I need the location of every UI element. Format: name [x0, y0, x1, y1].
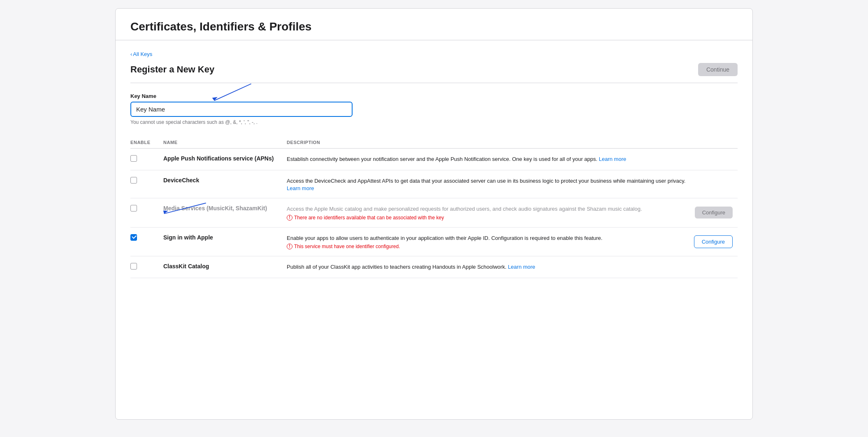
page-header: Certificates, Identifiers & Profiles [116, 9, 752, 40]
service-desc-signin: Enable your apps to allow users to authe… [287, 235, 602, 241]
section-header: Register a New Key Continue [130, 63, 738, 83]
service-name-mediaservices: Media Services (MusicKit, ShazamKit) [163, 205, 267, 212]
service-name-apns: Apple Push Notifications service (APNs) [163, 155, 274, 162]
td-enable-signin [130, 227, 163, 256]
table-row: DeviceCheckAccess the DeviceCheck and Ap… [130, 170, 738, 198]
td-name-classkit: ClassKit Catalog [163, 256, 287, 278]
continue-button[interactable]: Continue [698, 63, 738, 76]
page-wrapper: Certificates, Identifiers & Profiles ‹ A… [115, 8, 753, 420]
td-action-apns [694, 149, 738, 170]
warning-text-mediaservices: There are no identifiers available that … [294, 215, 444, 221]
key-name-form: Key Name You cannot use special characte… [130, 93, 738, 125]
warning-identifiers-mediaservices: !There are no identifiers available that… [287, 215, 689, 221]
service-desc-devicecheck: Access the DeviceCheck and AppAttest API… [287, 178, 685, 184]
checkbox-signin[interactable] [130, 234, 137, 241]
td-action-signin: Configure [694, 227, 738, 256]
content-area: ‹ All Keys Register a New Key Continue K… [116, 40, 752, 293]
table-row: Sign in with AppleEnable your apps to al… [130, 227, 738, 256]
learn-more-apns[interactable]: Learn more [599, 156, 626, 162]
col-header-enable: Enable [130, 137, 163, 149]
learn-more-classkit[interactable]: Learn more [508, 264, 535, 270]
td-name-devicecheck: DeviceCheck [163, 170, 287, 198]
configure-button-mediaservices: Configure [695, 207, 733, 218]
back-link-label: All Keys [133, 51, 152, 57]
warning-service-signin: !This service must have one identifier c… [287, 244, 689, 249]
warning-icon-mediaservices: ! [287, 215, 292, 221]
service-desc-apns: Establish connectivity between your noti… [287, 156, 599, 162]
checkbox-classkit[interactable] [130, 263, 137, 270]
back-chevron: ‹ [130, 51, 132, 57]
td-enable-mediaservices [130, 198, 163, 228]
td-action-devicecheck [694, 170, 738, 198]
key-name-label: Key Name [130, 93, 738, 99]
col-header-description: Description [287, 137, 694, 149]
table-header-row: Enable Name Description [130, 137, 738, 149]
td-desc-signin: Enable your apps to allow users to authe… [287, 227, 694, 256]
service-name-classkit: ClassKit Catalog [163, 263, 209, 270]
td-desc-apns: Establish connectivity between your noti… [287, 149, 694, 170]
service-name-signin: Sign in with Apple [163, 234, 213, 241]
td-desc-devicecheck: Access the DeviceCheck and AppAttest API… [287, 170, 694, 198]
warning-icon-service-signin: ! [287, 244, 292, 249]
section-title: Register a New Key [130, 64, 214, 75]
td-enable-classkit [130, 256, 163, 278]
service-desc-classkit: Publish all of your ClassKit app activit… [287, 264, 508, 270]
checkbox-apns[interactable] [130, 155, 137, 162]
checkbox-devicecheck[interactable] [130, 177, 137, 184]
td-action-mediaservices: Configure [694, 198, 738, 228]
col-header-name: Name [163, 137, 287, 149]
td-name-mediaservices: Media Services (MusicKit, ShazamKit) [163, 198, 287, 228]
learn-more-devicecheck[interactable]: Learn more [287, 185, 314, 191]
td-desc-classkit: Publish all of your ClassKit app activit… [287, 256, 694, 278]
page-title: Certificates, Identifiers & Profiles [130, 20, 738, 33]
checkbox-mediaservices[interactable] [130, 205, 137, 212]
td-enable-devicecheck [130, 170, 163, 198]
td-action-classkit [694, 256, 738, 278]
td-desc-mediaservices: Access the Apple Music catalog and make … [287, 198, 694, 228]
key-name-input[interactable] [130, 102, 353, 117]
key-name-hint: You cannot use special characters such a… [130, 119, 738, 125]
td-name-signin: Sign in with Apple [163, 227, 287, 256]
col-header-action [694, 137, 738, 149]
configure-button-signin[interactable]: Configure [694, 235, 733, 248]
service-desc-mediaservices: Access the Apple Music catalog and make … [287, 206, 642, 212]
services-table: Enable Name Description Apple Push Notif… [130, 137, 738, 278]
warning-service-text-signin: This service must have one identifier co… [294, 244, 400, 249]
td-name-apns: Apple Push Notifications service (APNs) [163, 149, 287, 170]
table-row: ClassKit CatalogPublish all of your Clas… [130, 256, 738, 278]
table-row: Apple Push Notifications service (APNs)E… [130, 149, 738, 170]
td-enable-apns [130, 149, 163, 170]
back-link[interactable]: ‹ All Keys [130, 51, 152, 57]
table-row: Media Services (MusicKit, ShazamKit)Acce… [130, 198, 738, 228]
service-name-devicecheck: DeviceCheck [163, 177, 199, 184]
